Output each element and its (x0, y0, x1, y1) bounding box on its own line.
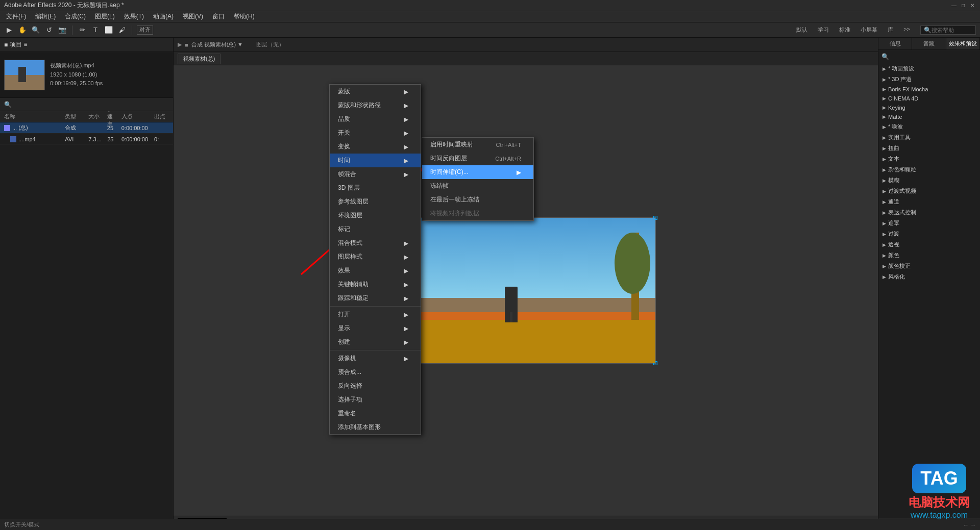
effects-search-input[interactable] (889, 54, 977, 60)
status-mode[interactable]: 切换开关/模式 (4, 521, 39, 528)
maximize-button[interactable]: □ (960, 2, 967, 9)
effects-cat-CINEMA4D[interactable]: ▶CINEMA 4D (878, 94, 980, 103)
window-controls[interactable]: — □ ✕ (950, 2, 976, 9)
workspace-small[interactable]: 小屏幕 (857, 25, 880, 35)
menu-item-F[interactable]: 文件(F) (2, 11, 30, 22)
workspace-more[interactable]: >> (900, 25, 913, 35)
cm-mask-shape[interactable]: 蒙版和形状路径▶ (330, 98, 421, 112)
sub-align-video-label: 将视频对齐到数据 (430, 209, 479, 218)
workspace-learn[interactable]: 学习 (815, 25, 832, 35)
effects-cat-[interactable]: ▶模糊 (878, 175, 980, 186)
cm-rename[interactable]: 重命名 (330, 407, 421, 420)
cm-create[interactable]: 创建▶ (330, 335, 421, 349)
workspace-standard[interactable]: 标准 (836, 25, 853, 35)
cm-camera[interactable]: 摄像机▶ (330, 351, 421, 365)
effects-cat-[interactable]: ▶扭曲 (878, 143, 980, 154)
effects-cat-BorisFXMocha[interactable]: ▶Boris FX Mocha (878, 85, 980, 94)
cm-precomp[interactable]: 预合成... (330, 365, 421, 379)
effects-cat-3D[interactable]: ▶* 3D 声道 (878, 74, 980, 85)
effects-cat-Keying[interactable]: ▶Keying (878, 103, 980, 112)
menu-item-V[interactable]: 视图(V) (179, 11, 207, 22)
cm-quality[interactable]: 品质▶ (330, 112, 421, 126)
effects-cat-[interactable]: ▶通道 (878, 196, 980, 207)
workspace-default[interactable]: 默认 (793, 25, 811, 35)
minimize-button[interactable]: — (950, 2, 958, 9)
sub-enable-remap[interactable]: 启用时间重映射 Ctrl+Alt+T (422, 138, 533, 152)
help-search-box[interactable]: 🔍 (920, 26, 976, 35)
project-search[interactable]: 🔍 (0, 98, 173, 111)
shape-tool[interactable]: ⬜ (104, 25, 114, 35)
zoom-tool[interactable]: 🔍 (31, 25, 41, 35)
effects-search[interactable]: 🔍 (878, 50, 980, 63)
selection-tool[interactable]: ▶ (4, 25, 14, 35)
effects-cat-[interactable]: ▶杂色和颗粒 (878, 164, 980, 175)
rotate-tool[interactable]: ↺ (44, 25, 54, 35)
row-comp-type: 合成 (63, 124, 86, 132)
effects-cat-[interactable]: ▶表达式控制 (878, 207, 980, 218)
tab-audio[interactable]: 音频 (912, 38, 946, 49)
cm-keyframe[interactable]: 关键帧辅助▶ (330, 277, 421, 291)
cm-invert-sel[interactable]: 反向选择 (330, 379, 421, 393)
effects-cat-[interactable]: ▶文本 (878, 154, 980, 164)
cm-blend[interactable]: 帧混合▶ (330, 167, 421, 181)
project-row-footage[interactable]: ....mp4 AVI 7.3 MB 25 0:00:00:00 0: (0, 134, 173, 145)
effects-cat-label: 颜色 (888, 251, 899, 259)
effects-cat-[interactable]: ▶* 动画预设 (878, 63, 980, 74)
sub-freeze-frame[interactable]: 冻结帧 (422, 179, 533, 193)
cm-mark[interactable]: 标记 (330, 222, 421, 236)
cm-mask[interactable]: 蒙版▶ (330, 85, 421, 98)
menu-item-T[interactable]: 效果(T) (120, 11, 148, 22)
effects-cat-[interactable]: ▶过渡 (878, 229, 980, 239)
cm-switch[interactable]: 开关▶ (330, 126, 421, 140)
effects-cat-[interactable]: ▶颜色 (878, 250, 980, 261)
sub-freeze-last[interactable]: 在最后一帧上冻结 (422, 193, 533, 207)
menu-item-[interactable]: 窗口 (208, 11, 229, 22)
effects-cat-Matte[interactable]: ▶Matte (878, 112, 980, 121)
help-search-input[interactable] (932, 27, 972, 33)
cm-transform-arrow: ▶ (404, 143, 408, 150)
comp-tab-main[interactable]: 视频素材(总) (178, 54, 220, 64)
cm-transform[interactable]: 变换▶ (330, 140, 421, 154)
project-search-input[interactable] (12, 102, 169, 108)
cm-layer-style[interactable]: 图层样式▶ (330, 250, 421, 264)
status-icons: ← → (963, 522, 976, 528)
cm-display[interactable]: 显示▶ (330, 321, 421, 335)
cm-env[interactable]: 环境图层 (330, 209, 421, 222)
cm-layer-style-arrow: ▶ (404, 254, 408, 261)
sub-reverse-layer[interactable]: 时间反向图层 Ctrl+Alt+R (422, 152, 533, 165)
effects-cat-[interactable]: ▶风格化 (878, 271, 980, 282)
cm-blend-mode[interactable]: 混合模式▶ (330, 236, 421, 250)
menu-item-L[interactable]: 图层(L) (91, 11, 119, 22)
hand-tool[interactable]: ✋ (17, 25, 28, 35)
menu-item-C[interactable]: 合成(C) (61, 11, 90, 22)
effects-cat-[interactable]: ▶透视 (878, 239, 980, 250)
cm-track[interactable]: 跟踪和稳定▶ (330, 291, 421, 305)
comp-header: ▶ ■ 合成 视频素材(总) ▼ 图层（无） (174, 38, 878, 52)
cm-3d[interactable]: 3D 图层 (330, 181, 421, 195)
effects-cat-[interactable]: ▶实用工具 (878, 132, 980, 143)
effects-cat-[interactable]: ▶遮罩 (878, 218, 980, 229)
menu-item-E[interactable]: 编辑(E) (31, 11, 60, 22)
cm-effect[interactable]: 效果▶ (330, 264, 421, 277)
effects-cat-[interactable]: ▶颜色校正 (878, 261, 980, 271)
text-tool[interactable]: T (90, 25, 101, 35)
cm-open[interactable]: 打开▶ (330, 308, 421, 321)
camera-tool[interactable]: 📷 (57, 25, 67, 35)
tab-info[interactable]: 信息 (878, 38, 912, 49)
effects-cat-[interactable]: ▶* 噪波 (878, 121, 980, 132)
cm-select-child[interactable]: 选择子项 (330, 393, 421, 407)
effects-cat-[interactable]: ▶过渡式视频 (878, 186, 980, 196)
cm-add-essential[interactable]: 添加到基本图形 (330, 420, 421, 434)
sub-time-stretch[interactable]: 时间伸缩(C)... ▶ (422, 165, 533, 179)
menu-item-A[interactable]: 动画(A) (149, 11, 178, 22)
align-label: 对齐 (137, 26, 153, 35)
brush-tool[interactable]: 🖌 (117, 25, 127, 35)
workspace-library[interactable]: 库 (885, 25, 896, 35)
project-row-comp[interactable]: ... (总) 合成 25 0:00:00:00 (0, 122, 173, 134)
menu-item-H[interactable]: 帮助(H) (230, 11, 259, 22)
pen-tool[interactable]: ✏ (77, 25, 87, 35)
tab-effects[interactable]: 效果和预设 (946, 38, 980, 49)
cm-guide[interactable]: 参考线图层 (330, 195, 421, 209)
cm-time[interactable]: 时间▶ (330, 154, 421, 167)
close-button[interactable]: ✕ (969, 2, 976, 9)
